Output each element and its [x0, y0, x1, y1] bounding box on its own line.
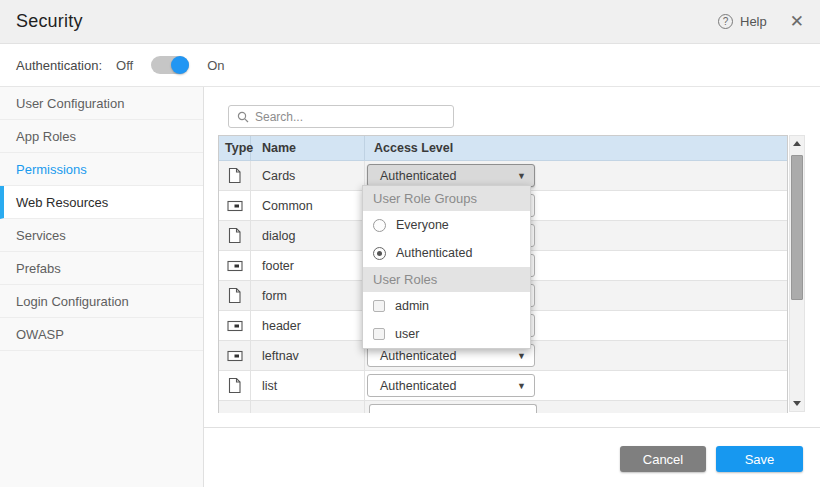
sidebar-item-permissions[interactable]: Permissions: [0, 153, 203, 186]
resource-name: dialog: [251, 221, 365, 250]
security-dialog: Security ? Help ✕ Authentication: Off On…: [0, 0, 820, 488]
widget-icon: [227, 349, 243, 363]
toggle-knob: [171, 56, 189, 74]
help-button[interactable]: ? Help: [718, 14, 767, 29]
column-header-access-level: Access Level: [365, 136, 787, 160]
chevron-down-icon: ▼: [517, 381, 526, 391]
resource-name: Cards: [251, 161, 365, 190]
dropdown-option-admin[interactable]: admin: [363, 292, 530, 320]
access-level-dropdown[interactable]: Authenticated▼: [367, 374, 535, 397]
column-header-type: Type: [219, 136, 251, 160]
table-row: list Authenticated▼: [219, 371, 787, 401]
search-input[interactable]: [255, 110, 445, 124]
scroll-down-icon: [793, 401, 801, 406]
toggle-off-label: Off: [116, 58, 133, 73]
authentication-label: Authentication:: [16, 58, 102, 73]
resource-name: Common: [251, 191, 365, 220]
table-header: Type Name Access Level: [219, 136, 787, 161]
chevron-down-icon: ▼: [517, 171, 526, 181]
sidebar-item-web-resources[interactable]: Web Resources: [0, 186, 203, 219]
checkbox-unchecked-icon: [373, 328, 385, 340]
access-level-dropdown[interactable]: [369, 404, 537, 413]
scroll-down-button[interactable]: [790, 396, 804, 411]
resource-name: form: [251, 281, 365, 310]
resource-name: header: [251, 311, 365, 340]
access-level-dropdown[interactable]: Authenticated▼: [367, 164, 535, 187]
table-scrollbar[interactable]: [789, 135, 805, 412]
sidebar-item-services[interactable]: Services: [0, 219, 203, 252]
toggle-on-label: On: [207, 58, 224, 73]
sidebar: User Configuration App Roles Permissions…: [0, 87, 204, 487]
page-icon: [227, 227, 242, 244]
radio-checked-icon: [373, 247, 386, 260]
help-label: Help: [740, 14, 767, 29]
radio-unchecked-icon: [373, 219, 386, 232]
sidebar-item-login-configuration[interactable]: Login Configuration: [0, 285, 203, 318]
column-header-name: Name: [251, 136, 365, 160]
page-title: Security: [16, 11, 83, 32]
access-level-dropdown-panel: User Role Groups Everyone Authenticated …: [362, 185, 531, 349]
widget-icon: [227, 259, 243, 273]
close-icon[interactable]: ✕: [790, 13, 804, 30]
scrollbar-thumb[interactable]: [791, 155, 803, 300]
page-icon: [227, 377, 242, 394]
resource-name: footer: [251, 251, 365, 280]
authentication-bar: Authentication: Off On: [0, 44, 820, 87]
dropdown-option-authenticated[interactable]: Authenticated: [363, 239, 530, 267]
dropdown-option-user[interactable]: user: [363, 320, 530, 348]
widget-icon: [227, 319, 243, 333]
footer-actions: Cancel Save: [620, 446, 803, 472]
chevron-down-icon: ▼: [517, 351, 526, 361]
footer-divider: [204, 427, 820, 428]
dropdown-section-header: User Role Groups: [363, 186, 530, 211]
main-panel: Type Name Access Level Cards Authenticat…: [204, 87, 820, 487]
help-icon: ?: [718, 14, 733, 29]
table-row-clipped: [219, 401, 787, 413]
title-bar: Security ? Help ✕: [0, 0, 820, 44]
authentication-toggle[interactable]: [151, 56, 189, 74]
checkbox-unchecked-icon: [373, 300, 385, 312]
save-button[interactable]: Save: [716, 446, 803, 472]
resource-name: list: [251, 371, 365, 400]
cancel-button[interactable]: Cancel: [620, 446, 706, 472]
widget-icon: [227, 199, 243, 213]
dropdown-section-header: User Roles: [363, 267, 530, 292]
scroll-up-icon: [793, 141, 801, 146]
scroll-up-button[interactable]: [790, 136, 804, 151]
page-icon: [227, 287, 242, 304]
search-box: [228, 105, 454, 128]
sidebar-item-prefabs[interactable]: Prefabs: [0, 252, 203, 285]
page-icon: [227, 167, 242, 184]
sidebar-item-user-configuration[interactable]: User Configuration: [0, 87, 203, 120]
dropdown-option-everyone[interactable]: Everyone: [363, 211, 530, 239]
sidebar-item-app-roles[interactable]: App Roles: [0, 120, 203, 153]
sidebar-item-owasp[interactable]: OWASP: [0, 318, 203, 351]
resource-name: leftnav: [251, 341, 365, 370]
search-icon: [237, 111, 249, 123]
